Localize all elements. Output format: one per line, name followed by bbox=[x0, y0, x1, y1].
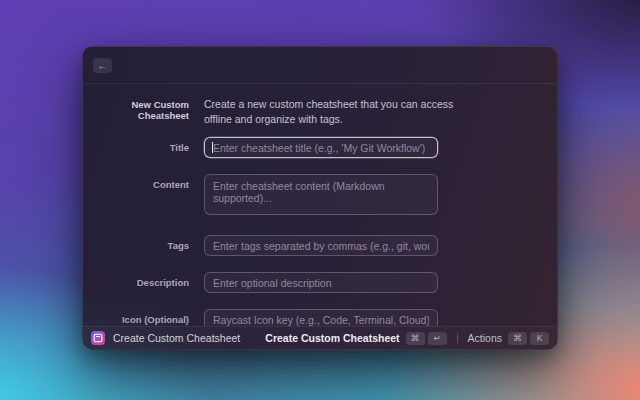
book-glyph-icon bbox=[93, 333, 103, 343]
field-row-content: Content bbox=[83, 174, 557, 219]
tags-label: Tags bbox=[83, 240, 189, 251]
description-label: Description bbox=[83, 277, 189, 288]
actions-menu-button[interactable]: Actions bbox=[468, 332, 502, 344]
title-input[interactable] bbox=[204, 137, 438, 158]
content-label: Content bbox=[83, 174, 189, 190]
app-name-label: Create Custom Cheatsheet bbox=[113, 332, 240, 344]
form-heading-row: New Custom Cheatsheet Create a new custo… bbox=[83, 97, 557, 127]
icon-label: Icon (Optional) bbox=[83, 314, 189, 325]
icon-input[interactable] bbox=[204, 309, 438, 326]
form-title: New Custom Cheatsheet bbox=[83, 97, 189, 121]
k-key-icon: K bbox=[530, 332, 549, 345]
field-row-description: Description bbox=[83, 272, 557, 293]
field-row-tags: Tags bbox=[83, 235, 557, 256]
primary-action-button[interactable]: Create Custom Cheatsheet bbox=[265, 332, 399, 344]
back-arrow-icon: ← bbox=[98, 60, 108, 71]
footer-divider bbox=[457, 333, 458, 343]
back-button[interactable]: ← bbox=[93, 58, 112, 73]
app-chip: Create Custom Cheatsheet bbox=[91, 331, 265, 345]
window-header: ← bbox=[83, 47, 557, 84]
action-bar: Create Custom Cheatsheet Create Custom C… bbox=[83, 326, 557, 349]
cheatsheet-form: New Custom Cheatsheet Create a new custo… bbox=[83, 84, 557, 326]
form-description: Create a new custom cheatsheet that you … bbox=[204, 97, 454, 127]
field-row-icon: Icon (Optional) bbox=[83, 309, 557, 326]
return-key-icon: ↵ bbox=[428, 332, 447, 345]
text-caret bbox=[212, 142, 213, 153]
raycast-window: ← New Custom Cheatsheet Create a new cus… bbox=[82, 46, 558, 350]
footer-shortcuts: Create Custom Cheatsheet ⌘ ↵ Actions ⌘ K bbox=[265, 332, 549, 345]
tags-input[interactable] bbox=[204, 235, 438, 256]
content-textarea[interactable] bbox=[204, 174, 438, 215]
cmd-key-icon: ⌘ bbox=[508, 332, 527, 345]
cmd-key-icon: ⌘ bbox=[406, 332, 425, 345]
cheatsheet-app-icon bbox=[91, 331, 105, 345]
title-label: Title bbox=[83, 142, 189, 153]
description-input[interactable] bbox=[204, 272, 438, 293]
field-row-title: Title bbox=[83, 137, 557, 158]
